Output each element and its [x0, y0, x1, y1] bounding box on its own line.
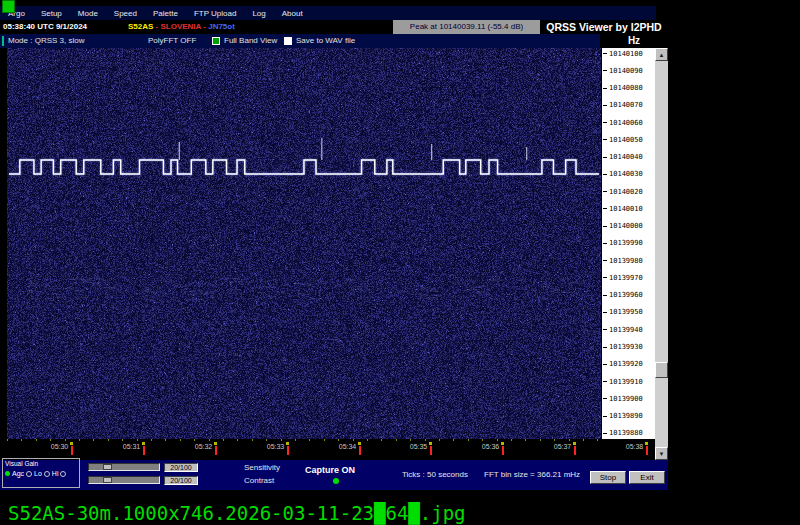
time-mark: 05:31 [114, 442, 154, 455]
sensitivity-value: 20/100 [164, 463, 198, 472]
freq-label: 10140000 [609, 222, 643, 230]
polyfft-toggle[interactable]: PolyFFT OFF [148, 34, 196, 48]
menu-bar: Argo Setup Mode Speed Palette FTP Upload… [0, 6, 656, 20]
time-label: 05:38 [626, 442, 644, 451]
freq-label: 10140070 [609, 101, 643, 109]
app-icon [2, 0, 15, 13]
vertical-scrollbar[interactable]: ▲ ▼ [655, 48, 668, 460]
menu-setup[interactable]: Setup [41, 9, 62, 18]
hi-radio[interactable] [60, 471, 66, 477]
red-tick-icon [215, 446, 217, 455]
time-mark: 05:37 [545, 442, 585, 455]
red-tick-icon [502, 446, 504, 455]
agc-radio[interactable] [26, 471, 32, 477]
freq-tick-icon [603, 122, 607, 123]
full-band-view-checkbox[interactable] [212, 37, 220, 45]
freq-row: 10140030 [603, 171, 655, 178]
freq-label: 10139890 [609, 412, 643, 420]
time-label: 05:30 [51, 442, 69, 451]
freq-label: 10139880 [609, 429, 643, 437]
contrast-value: 20/100 [164, 476, 198, 485]
time-mark: 05:38 [617, 442, 657, 455]
menu-palette[interactable]: Palette [153, 9, 178, 18]
freq-tick-icon [603, 139, 607, 140]
freq-tick-icon [603, 347, 607, 348]
freq-tick-icon [603, 243, 607, 244]
freq-label: 10140060 [609, 119, 643, 127]
station-ident: S52AS - SLOVENIA - JN75ot [128, 20, 235, 34]
red-tick-icon [143, 446, 145, 455]
contrast-slider-thumb[interactable] [103, 477, 112, 483]
scroll-up-icon[interactable]: ▲ [655, 48, 668, 61]
time-label: 05:37 [554, 442, 572, 451]
freq-label: 10140040 [609, 153, 643, 161]
hz-unit-label: Hz [600, 34, 668, 48]
freq-tick-icon [603, 53, 607, 54]
freq-label: 10140100 [609, 50, 643, 58]
freq-row: 10140060 [603, 119, 655, 126]
freq-tick-icon [603, 70, 607, 71]
menu-speed[interactable]: Speed [114, 9, 137, 18]
lo-radio[interactable] [44, 471, 50, 477]
yellow-tick-icon [214, 442, 217, 445]
time-mark: 05:30 [42, 442, 82, 455]
freq-label: 10140050 [609, 136, 643, 144]
save-wav-label: Save to WAV file [296, 34, 355, 48]
sensitivity-slider[interactable] [88, 463, 160, 471]
freq-row: 10139930 [603, 344, 655, 351]
capture-status: Capture ON [305, 465, 355, 475]
sensitivity-slider-thumb[interactable] [103, 464, 112, 470]
freq-label: 10140080 [609, 84, 643, 92]
red-tick-icon [71, 446, 73, 455]
contrast-label: Contrast [244, 476, 274, 485]
freq-tick-icon [603, 105, 607, 106]
contrast-slider[interactable] [88, 476, 160, 484]
freq-tick-icon [603, 398, 607, 399]
status-bar: 05:38:40 UTC 9/1/2024 S52AS - SLOVENIA -… [0, 20, 668, 34]
time-label: 05:35 [410, 442, 428, 451]
ticks-readout: Ticks : 50 seconds [402, 470, 468, 479]
scroll-thumb[interactable] [655, 362, 668, 378]
freq-tick-icon [603, 157, 607, 158]
freq-row: 10140000 [603, 223, 655, 230]
freq-label: 10139940 [609, 326, 643, 334]
yellow-tick-icon [70, 442, 73, 445]
time-label: 05:33 [267, 442, 285, 451]
red-tick-icon [646, 446, 648, 455]
freq-label: 10139930 [609, 343, 643, 351]
red-tick-icon [574, 446, 576, 455]
freq-tick-icon [603, 329, 607, 330]
freq-label: 10139970 [609, 274, 643, 282]
menu-about[interactable]: About [282, 9, 303, 18]
menu-mode[interactable]: Mode [78, 9, 98, 18]
visual-gain-group: Visual Gain Agc Lo Hi [2, 458, 80, 488]
freq-row: 10139940 [603, 326, 655, 333]
exit-button[interactable]: Exit [629, 471, 665, 484]
freq-tick-icon [603, 226, 607, 227]
freq-tick-icon [603, 191, 607, 192]
yellow-tick-icon [142, 442, 145, 445]
freq-tick-icon [603, 208, 607, 209]
menu-log[interactable]: Log [252, 9, 265, 18]
save-wav-checkbox[interactable] [284, 37, 292, 45]
freq-label: 10139980 [609, 257, 643, 265]
stop-button[interactable]: Stop [590, 471, 626, 484]
freq-label: 10139900 [609, 395, 643, 403]
freq-tick-icon [603, 364, 607, 365]
freq-tick-icon [603, 416, 607, 417]
freq-label: 10139920 [609, 360, 643, 368]
yellow-tick-icon [286, 442, 289, 445]
freq-row: 10139990 [603, 240, 655, 247]
frequency-scale: 10140100 10140090 10140080 10140070 1014… [602, 48, 655, 440]
freq-row: 10139960 [603, 292, 655, 299]
freq-row: 10140020 [603, 188, 655, 195]
yellow-tick-icon [501, 442, 504, 445]
peak-readout: Peak at 10140039.11 (-55.4 dB) [393, 20, 540, 34]
menu-ftp-upload[interactable]: FTP Upload [194, 9, 237, 18]
freq-row: 10139970 [603, 274, 655, 281]
capture-led-icon [333, 478, 339, 484]
footer-filename: S52AS-30m.1000x746.2026-03-11-23█64█.jpg [8, 502, 466, 524]
red-tick-icon [430, 446, 432, 455]
hi-label: Hi [52, 470, 59, 477]
mode-display: Mode : QRSS 3, slow [8, 34, 84, 48]
